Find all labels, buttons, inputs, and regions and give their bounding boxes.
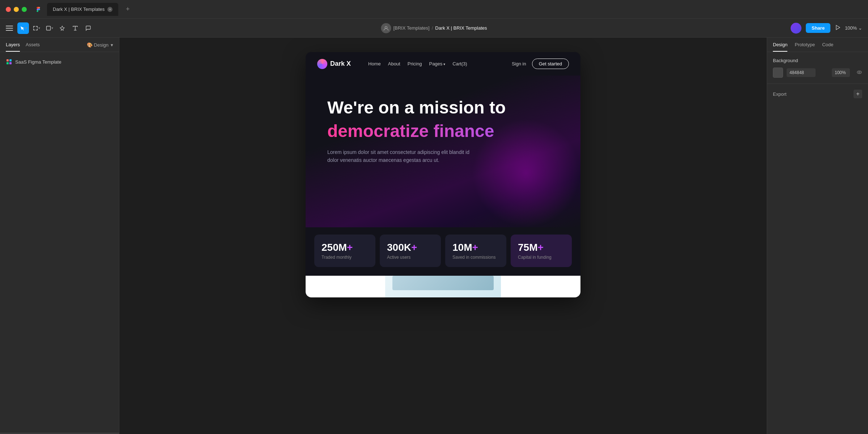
shape-tool-button[interactable]: ▾ <box>43 22 55 34</box>
text-tool-button[interactable] <box>69 22 81 34</box>
svg-rect-13 <box>7 62 9 64</box>
stat-label-2: Saved in commissions <box>452 255 499 260</box>
stat-number-2: 10M+ <box>452 242 499 253</box>
figma-logo-icon <box>34 5 43 14</box>
background-section: Background <box>767 52 868 84</box>
share-button[interactable]: Share <box>806 23 830 33</box>
toolbar-left: ▾ ▾ ▾ <box>6 22 94 34</box>
breadcrumb: [BRIX Templates] / Dark X | BRIX Templat… <box>381 23 487 33</box>
svg-point-9 <box>385 26 387 29</box>
zoom-control[interactable]: 100% ⌄ <box>845 25 862 31</box>
hamburger-line-1 <box>6 26 13 26</box>
stat-number-3: 75M+ <box>518 242 565 253</box>
left-panel: Layers Assets 🎨 Design ▾ SaaS Figma Temp… <box>0 38 119 434</box>
nav-link-pricing: Pricing <box>408 61 422 66</box>
design-hero-subtitle: Lorem ipsum dolor sit amet consectetur a… <box>327 148 472 164</box>
svg-rect-14 <box>9 62 12 64</box>
toolbar: ▾ ▾ ▾ <box>0 19 868 38</box>
stat-plus-2: + <box>472 242 478 253</box>
nav-link-about: About <box>388 61 400 66</box>
stat-card-3: 75M+ Capital in funding <box>511 235 572 267</box>
design-stats: 250M+ Traded monthly 300K+ Active users … <box>306 227 580 276</box>
layer-item-label: SaaS Figma Template <box>15 59 61 65</box>
design-logo-text: Dark X <box>330 60 351 68</box>
traffic-lights <box>6 7 27 12</box>
breadcrumb-team[interactable]: [BRIX Templates] <box>393 25 429 31</box>
svg-marker-10 <box>836 25 840 30</box>
design-hero-title-line1: We're on a mission to <box>327 97 559 118</box>
stat-card-0: 250M+ Traded monthly <box>314 235 375 267</box>
export-header: Export + <box>773 90 862 98</box>
design-cta-button: Get started <box>532 59 569 69</box>
right-panel: Design Prototype Code Background Expor <box>767 38 868 434</box>
svg-rect-7 <box>37 29 38 30</box>
background-opacity-input[interactable] <box>832 68 850 77</box>
pen-tool-button[interactable] <box>56 22 68 34</box>
user-avatar <box>791 23 801 34</box>
code-tab[interactable]: Code <box>822 42 833 52</box>
minimize-traffic-light[interactable] <box>14 7 19 12</box>
stat-number-1: 300K+ <box>387 242 434 253</box>
stat-label-3: Capital in funding <box>518 255 565 260</box>
design-logo-icon <box>317 59 327 69</box>
profile-avatar-icon <box>381 23 391 33</box>
shape-tool-chevron: ▾ <box>51 26 53 30</box>
export-add-button[interactable]: + <box>854 90 862 98</box>
stat-label-1: Active users <box>387 255 434 260</box>
visibility-toggle-icon[interactable] <box>856 69 862 76</box>
breadcrumb-page: Dark X | BRIX Templates <box>435 25 487 31</box>
prototype-tab[interactable]: Prototype <box>795 42 815 52</box>
design-properties-tab[interactable]: Design <box>773 42 787 52</box>
hamburger-menu-button[interactable] <box>6 23 16 33</box>
assets-tab[interactable]: Assets <box>26 42 40 52</box>
design-logo: Dark X <box>317 59 351 69</box>
title-bar: Dark X | BRIX Templates × + <box>0 0 868 19</box>
breadcrumb-separator: / <box>432 25 433 31</box>
active-tab[interactable]: Dark X | BRIX Templates × <box>47 3 118 16</box>
frame-tool-chevron: ▾ <box>38 26 40 30</box>
background-color-input[interactable] <box>787 68 816 77</box>
stat-card-2: 10M+ Saved in commissions <box>445 235 506 267</box>
main-layout: Layers Assets 🎨 Design ▾ SaaS Figma Temp… <box>0 38 868 434</box>
design-nav: Dark X Home About Pricing Pages Cart(3) … <box>306 52 580 76</box>
hamburger-line-3 <box>6 30 13 31</box>
canvas-area[interactable]: Dark X Home About Pricing Pages Cart(3) … <box>119 38 767 434</box>
comment-tool-icon <box>85 25 91 31</box>
design-preview: Dark X Home About Pricing Pages Cart(3) … <box>306 52 580 297</box>
svg-point-15 <box>857 71 861 74</box>
design-nav-right: Sign in Get started <box>512 59 569 69</box>
peek-thumbnail <box>385 276 501 297</box>
close-traffic-light[interactable] <box>6 7 11 12</box>
background-color-swatch[interactable] <box>773 68 783 78</box>
export-title: Export <box>773 91 787 97</box>
nav-link-home: Home <box>368 61 381 66</box>
frame-tool-icon <box>33 25 38 31</box>
layers-tab[interactable]: Layers <box>6 42 20 52</box>
toolbar-right: Share 100% ⌄ <box>791 23 862 34</box>
preview-play-button[interactable] <box>835 25 841 32</box>
panel-resize-handle[interactable] <box>0 433 119 434</box>
stat-card-1: 300K+ Active users <box>380 235 441 267</box>
design-hero-title-line2: democratize finance <box>327 121 559 141</box>
frame-tool-button[interactable]: ▾ <box>30 22 42 34</box>
shape-tool-icon <box>46 25 51 31</box>
design-panel-tab[interactable]: 🎨 Design ▾ <box>87 42 113 51</box>
maximize-traffic-light[interactable] <box>22 7 27 12</box>
stat-plus-3: + <box>537 242 543 253</box>
tab-close-button[interactable]: × <box>107 7 112 12</box>
svg-rect-5 <box>37 26 38 28</box>
comment-tool-button[interactable] <box>82 22 94 34</box>
tab-title: Dark X | BRIX Templates <box>53 7 105 12</box>
stat-plus-0: + <box>347 242 353 253</box>
svg-rect-11 <box>7 59 9 61</box>
new-tab-button[interactable]: + <box>123 4 133 14</box>
nav-link-pages: Pages <box>429 61 445 66</box>
layers-panel-content: SaaS Figma Template <box>0 52 119 433</box>
layer-item[interactable]: SaaS Figma Template <box>3 56 116 67</box>
figma-component-icon <box>6 59 12 65</box>
export-section: Export + <box>767 84 868 104</box>
move-tool-button[interactable]: ▾ <box>17 22 29 34</box>
left-panel-tabs: Layers Assets 🎨 Design ▾ <box>0 38 119 52</box>
text-tool-icon <box>72 25 78 31</box>
design-hero: We're on a mission to democratize financ… <box>306 76 580 227</box>
